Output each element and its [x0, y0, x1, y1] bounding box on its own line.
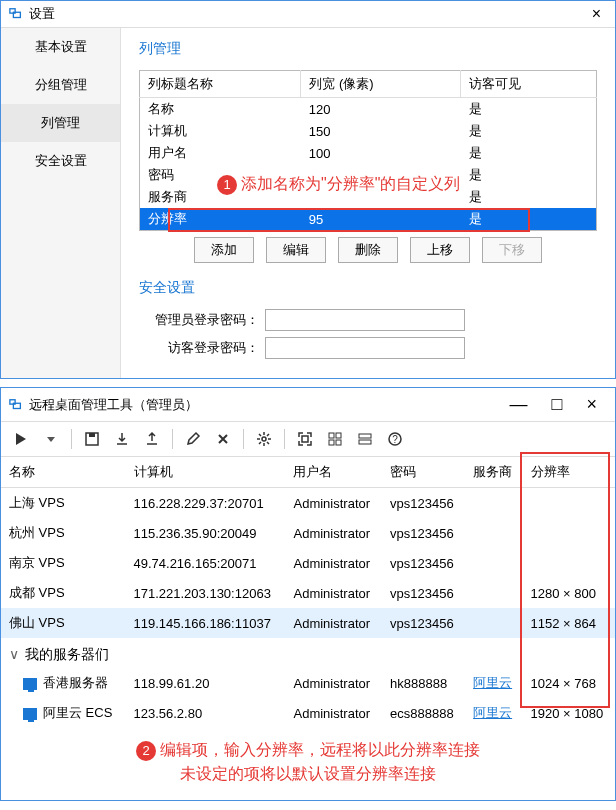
add-button[interactable]: 添加 — [194, 237, 254, 263]
data-header[interactable]: 名称 — [1, 457, 126, 488]
provider-link[interactable]: 阿里云 — [473, 675, 512, 690]
minimize-icon[interactable]: ― — [500, 392, 538, 417]
export-icon[interactable] — [138, 426, 166, 452]
monitor-icon — [23, 708, 37, 720]
data-header[interactable]: 密码 — [382, 457, 465, 488]
col-row[interactable]: 服务商是 — [140, 186, 597, 208]
servers-table: 名称计算机用户名密码服务商分辨率 上海 VPS116.228.229.37:20… — [1, 457, 615, 728]
data-header[interactable]: 分辨率 — [523, 457, 616, 488]
tile-icon[interactable] — [351, 426, 379, 452]
svg-marker-4 — [16, 433, 26, 445]
delete-button[interactable]: 删除 — [338, 237, 398, 263]
grid-icon[interactable] — [321, 426, 349, 452]
data-header[interactable]: 服务商 — [465, 457, 522, 488]
svg-marker-5 — [47, 437, 55, 442]
admin-pwd-label: 管理员登录密码： — [139, 311, 259, 329]
main-toolbar: ? — [1, 422, 615, 457]
section-title-security: 安全设置 — [139, 279, 597, 297]
col-row[interactable]: 名称120是 — [140, 98, 597, 121]
dropdown-icon[interactable] — [37, 426, 65, 452]
server-row[interactable]: 阿里云 ECS123.56.2.80Administratorecs888888… — [1, 698, 615, 728]
main-title: 远程桌面管理工具（管理员） — [29, 396, 500, 414]
section-title-columns: 列管理 — [139, 40, 597, 58]
app-icon — [9, 398, 23, 412]
svg-rect-7 — [89, 433, 95, 437]
col-row[interactable]: 计算机150是 — [140, 120, 597, 142]
save-icon[interactable] — [78, 426, 106, 452]
svg-rect-13 — [336, 440, 341, 445]
sidebar-item-0[interactable]: 基本设置 — [1, 28, 120, 66]
sidebar-item-2[interactable]: 列管理 — [1, 104, 120, 142]
columns-table: 列标题名称列宽 (像素)访客可见 名称120是计算机150是用户名100是密码是… — [139, 70, 597, 231]
close-icon[interactable]: × — [586, 5, 607, 23]
svg-rect-12 — [329, 440, 334, 445]
svg-rect-10 — [329, 433, 334, 438]
columns-button-row: 添加 编辑 删除 上移 下移 — [139, 237, 597, 263]
sidebar-item-3[interactable]: 安全设置 — [1, 142, 120, 180]
delete-icon[interactable] — [209, 426, 237, 452]
guest-pwd-label: 访客登录密码： — [139, 339, 259, 357]
app-icon — [9, 7, 23, 21]
settings-sidebar: 基本设置分组管理列管理安全设置 — [1, 28, 121, 378]
col-row[interactable]: 用户名100是 — [140, 142, 597, 164]
provider-link[interactable]: 阿里云 — [473, 705, 512, 720]
server-row[interactable]: 上海 VPS116.228.229.37:20701Administratorv… — [1, 488, 615, 519]
group-row[interactable]: ∨我的服务器们 — [1, 638, 615, 668]
fullscreen-icon[interactable] — [291, 426, 319, 452]
settings-title: 设置 — [29, 5, 586, 23]
monitor-icon — [23, 678, 37, 690]
svg-rect-11 — [336, 433, 341, 438]
move-up-button[interactable]: 上移 — [410, 237, 470, 263]
chevron-down-icon: ∨ — [9, 646, 19, 662]
server-row[interactable]: 南京 VPS49.74.216.165:20071Administratorvp… — [1, 548, 615, 578]
col-row[interactable]: 分辨率95是 — [140, 208, 597, 231]
server-row[interactable]: 成都 VPS171.221.203.130:12063Administrator… — [1, 578, 615, 608]
edit-icon[interactable] — [179, 426, 207, 452]
main-titlebar: 远程桌面管理工具（管理员） ― □ × — [1, 388, 615, 422]
svg-rect-15 — [359, 440, 371, 444]
maximize-icon[interactable]: □ — [542, 392, 573, 417]
col-row[interactable]: 密码是 — [140, 164, 597, 186]
settings-window: 设置 × 基本设置分组管理列管理安全设置 列管理 列标题名称列宽 (像素)访客可… — [0, 0, 616, 379]
svg-text:?: ? — [392, 434, 398, 445]
col-header: 访客可见 — [461, 71, 597, 98]
col-header: 列宽 (像素) — [301, 71, 461, 98]
svg-rect-14 — [359, 434, 371, 438]
edit-button[interactable]: 编辑 — [266, 237, 326, 263]
data-header[interactable]: 计算机 — [126, 457, 286, 488]
svg-point-8 — [262, 437, 266, 441]
close-icon[interactable]: × — [576, 392, 607, 417]
server-row[interactable]: 杭州 VPS115.236.35.90:20049Administratorvp… — [1, 518, 615, 548]
annotation-2: 2编辑项，输入分辨率，远程将以此分辨率连接 未设定的项将以默认设置分辨率连接 — [1, 728, 615, 800]
sidebar-item-1[interactable]: 分组管理 — [1, 66, 120, 104]
data-header[interactable]: 用户名 — [285, 457, 382, 488]
svg-rect-9 — [302, 436, 308, 442]
admin-pwd-input[interactable] — [265, 309, 465, 331]
help-icon[interactable]: ? — [381, 426, 409, 452]
col-header: 列标题名称 — [140, 71, 301, 98]
import-icon[interactable] — [108, 426, 136, 452]
play-icon[interactable] — [7, 426, 35, 452]
server-row[interactable]: 香港服务器118.99.61.20Administratorhk888888阿里… — [1, 668, 615, 698]
main-window: 远程桌面管理工具（管理员） ― □ × ? 名称计算机用户名密码服务商分辨率 上… — [0, 387, 616, 801]
move-down-button[interactable]: 下移 — [482, 237, 542, 263]
guest-pwd-input[interactable] — [265, 337, 465, 359]
settings-titlebar: 设置 × — [1, 1, 615, 28]
server-row[interactable]: 佛山 VPS119.145.166.186:11037Administrator… — [1, 608, 615, 638]
settings-icon[interactable] — [250, 426, 278, 452]
